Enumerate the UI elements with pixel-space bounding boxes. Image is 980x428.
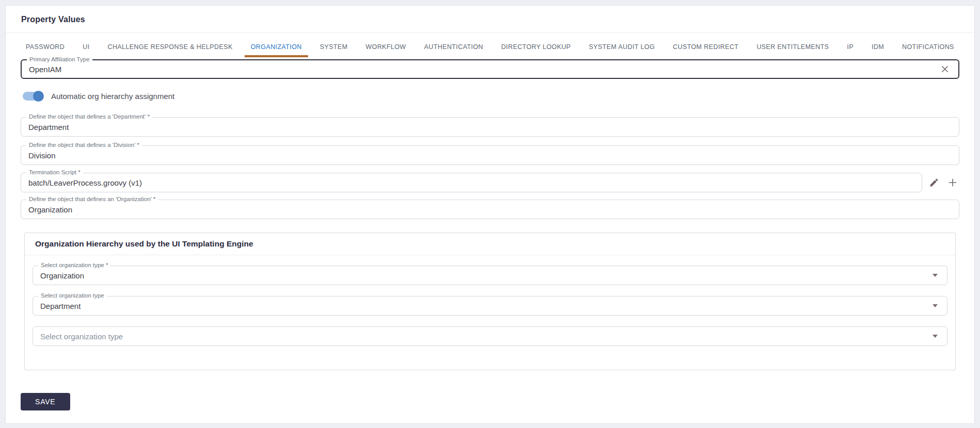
organization-value: Organization — [28, 205, 952, 214]
org-type-select-2-label: Select organization type — [38, 292, 107, 299]
auto-org-toggle[interactable] — [23, 92, 43, 101]
property-values-panel: Property Values PASSWORD UI CHALLENGE RE… — [5, 5, 975, 424]
termination-script-value: batch/LeaverProcess.groovy (v1) — [28, 178, 914, 187]
org-type-select-3[interactable]: Select organization type — [33, 326, 947, 346]
org-hierarchy-section-header: Organization Hierarchy used by the UI Te… — [25, 233, 955, 255]
department-label: Define the object that defines a 'Depart… — [26, 113, 152, 120]
division-field[interactable]: Define the object that defines a 'Divisi… — [21, 145, 959, 165]
org-type-select-2[interactable]: Select organization type Department — [33, 296, 947, 316]
tab-directory-lookup[interactable]: DIRECTORY LOOKUP — [499, 39, 573, 57]
termination-script-row: Termination Script * batch/LeaverProcess… — [21, 173, 959, 192]
auto-org-toggle-label: Automatic org hierarchy assignment — [51, 92, 174, 101]
org-hierarchy-section-title: Organization Hierarchy used by the UI Te… — [35, 239, 253, 248]
tab-organization[interactable]: ORGANIZATION — [249, 39, 304, 57]
caret-down-icon — [933, 274, 938, 277]
tab-system[interactable]: SYSTEM — [318, 39, 350, 57]
org-type-select-2-value: Department — [40, 302, 933, 310]
tabs-bar: PASSWORD UI CHALLENGE RESPONSE & HELPDES… — [21, 39, 959, 57]
tab-user-entitlements[interactable]: USER ENTITLEMENTS — [754, 39, 831, 57]
tab-system-audit-log[interactable]: SYSTEM AUDIT LOG — [587, 39, 657, 57]
tab-workflow[interactable]: WORKFLOW — [364, 39, 408, 57]
tab-password[interactable]: PASSWORD — [24, 39, 67, 57]
add-icon[interactable] — [946, 176, 959, 189]
organization-label: Define the object that defines an 'Organ… — [26, 196, 158, 202]
org-type-select-1-value: Organization — [40, 271, 933, 280]
department-value: Department — [28, 123, 952, 131]
tab-authentication[interactable]: AUTHENTICATION — [422, 39, 485, 57]
org-type-select-1[interactable]: Select organization type * Organization — [33, 266, 947, 285]
page-title: Property Values — [21, 15, 959, 24]
tab-ui[interactable]: UI — [81, 39, 91, 57]
primary-affiliation-value: OpenIAM — [29, 65, 939, 74]
termination-script-label: Termination Script * — [26, 169, 83, 175]
tab-idm[interactable]: IDM — [870, 39, 886, 57]
caret-down-icon — [933, 335, 938, 338]
division-label: Define the object that defines a 'Divisi… — [26, 142, 142, 148]
panel-body: PASSWORD UI CHALLENGE RESPONSE & HELPDES… — [6, 39, 974, 410]
caret-down-icon — [933, 304, 938, 307]
org-hierarchy-section: Organization Hierarchy used by the UI Te… — [24, 233, 956, 370]
save-button[interactable]: SAVE — [21, 393, 70, 410]
auto-org-toggle-row: Automatic org hierarchy assignment — [23, 90, 959, 102]
primary-affiliation-label: Primary Affiliation Type — [27, 56, 92, 62]
org-type-select-1-label: Select organization type * — [38, 262, 110, 268]
toggle-knob — [33, 91, 44, 102]
clear-icon[interactable] — [939, 63, 951, 75]
tab-challenge-response-helpdesk[interactable]: CHALLENGE RESPONSE & HELPDESK — [106, 39, 235, 57]
tab-ip[interactable]: IP — [845, 39, 856, 57]
tab-notifications[interactable]: NOTIFICATIONS — [900, 39, 956, 57]
panel-header: Property Values — [6, 6, 974, 33]
org-hierarchy-section-body: Select organization type * Organization … — [25, 255, 955, 370]
edit-icon[interactable] — [927, 176, 941, 189]
department-field[interactable]: Define the object that defines a 'Depart… — [21, 117, 959, 137]
tab-custom-redirect[interactable]: CUSTOM REDIRECT — [671, 39, 741, 57]
division-value: Division — [28, 151, 952, 160]
termination-script-field[interactable]: Termination Script * batch/LeaverProcess… — [21, 173, 922, 192]
primary-affiliation-field[interactable]: Primary Affiliation Type OpenIAM — [21, 59, 959, 79]
org-type-select-3-placeholder: Select organization type — [40, 332, 933, 341]
organization-field[interactable]: Define the object that defines an 'Organ… — [21, 200, 959, 219]
